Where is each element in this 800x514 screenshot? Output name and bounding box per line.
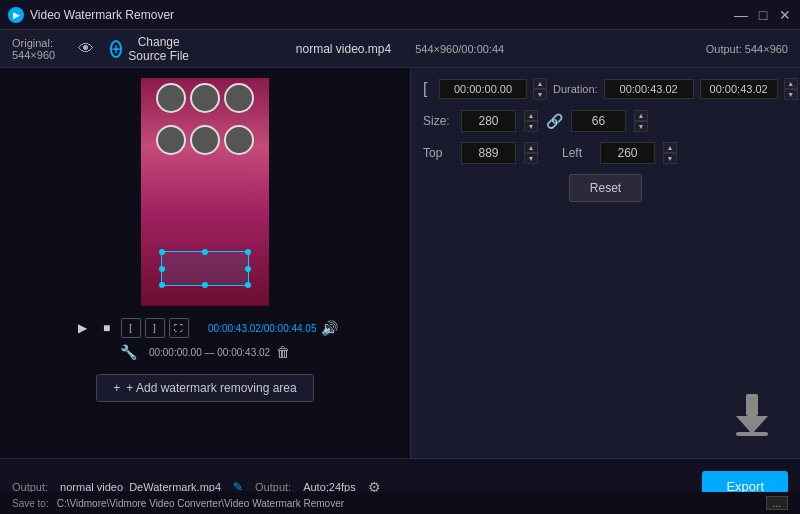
photo-circle bbox=[190, 125, 220, 155]
end-time-spinners: ▲ ▼ bbox=[784, 78, 798, 100]
clip-buttons: [ ] ⛶ bbox=[121, 318, 189, 338]
saveto-row: Save to: C:\Vidmore\Vidmore Video Conver… bbox=[0, 492, 800, 514]
seek-bar-row: ▶ ■ [ ] ⛶ 00:00:43.02/00:00:44.05 🔊 bbox=[65, 314, 346, 342]
duration-label: Duration: bbox=[553, 83, 598, 95]
output-format-value: Auto;24fps bbox=[303, 481, 356, 493]
width-down[interactable]: ▼ bbox=[524, 121, 538, 132]
video-preview bbox=[141, 78, 269, 306]
left-down[interactable]: ▼ bbox=[663, 153, 677, 164]
width-up[interactable]: ▲ bbox=[524, 110, 538, 121]
photo-circle bbox=[224, 83, 254, 113]
left-up[interactable]: ▲ bbox=[663, 142, 677, 153]
photo-circle bbox=[156, 125, 186, 155]
left-input[interactable] bbox=[600, 142, 655, 164]
segment-time: 00:00:00.00 — 00:00:43.02 bbox=[149, 347, 270, 358]
width-spinners: ▲ ▼ bbox=[524, 110, 538, 132]
window-controls: — □ ✕ bbox=[734, 8, 792, 22]
resize-handle-tr[interactable] bbox=[245, 249, 251, 255]
end-time-down[interactable]: ▼ bbox=[784, 89, 798, 100]
photo-circle bbox=[224, 125, 254, 155]
start-time-up[interactable]: ▲ bbox=[533, 78, 547, 89]
video-frame bbox=[141, 78, 269, 306]
fullscreen-button[interactable]: ⛶ bbox=[169, 318, 189, 338]
clip-right-button[interactable]: ] bbox=[145, 318, 165, 338]
width-input[interactable] bbox=[461, 110, 516, 132]
play-button[interactable]: ▶ bbox=[73, 318, 93, 338]
resize-handle-bl[interactable] bbox=[159, 282, 165, 288]
output-filename: normal video_DeWatermark.mp4 bbox=[60, 481, 221, 493]
right-panel: [ ▲ ▼ Duration: ▲ ▼ ] Size: ▲ ▼ 🔗 bbox=[410, 68, 800, 514]
close-button[interactable]: ✕ bbox=[778, 8, 792, 22]
svg-rect-2 bbox=[736, 432, 768, 436]
svg-rect-0 bbox=[746, 394, 758, 416]
saveto-label: Save to: bbox=[12, 498, 49, 509]
top-up[interactable]: ▲ bbox=[524, 142, 538, 153]
height-down[interactable]: ▼ bbox=[634, 121, 648, 132]
output-label: Output: bbox=[12, 481, 48, 493]
saveto-path: C:\Vidmore\Vidmore Video Converter\Video… bbox=[57, 498, 758, 509]
reset-button[interactable]: Reset bbox=[569, 174, 642, 202]
time-display: 00:00:43.02/00:00:44.05 bbox=[197, 323, 317, 334]
bracket-left-button[interactable]: [ bbox=[423, 80, 433, 98]
segment-row: 🔧 00:00:00.00 — 00:00:43.02 🗑 bbox=[112, 342, 298, 364]
browse-folder-button[interactable]: ... bbox=[766, 496, 788, 510]
link-icon[interactable]: 🔗 bbox=[546, 113, 563, 129]
app-icon: ▶ bbox=[8, 7, 24, 23]
time-controls-row: [ ▲ ▼ Duration: ▲ ▼ ] bbox=[423, 78, 788, 100]
clip-left-button[interactable]: [ bbox=[121, 318, 141, 338]
stop-button[interactable]: ■ bbox=[97, 318, 117, 338]
download-icon bbox=[732, 392, 772, 436]
delete-segment-button[interactable]: 🗑 bbox=[276, 344, 290, 360]
resize-handle-br[interactable] bbox=[245, 282, 251, 288]
end-time-up[interactable]: ▲ bbox=[784, 78, 798, 89]
toolbar-right: Output: 544×960 bbox=[602, 43, 788, 55]
change-source-button[interactable]: + Change Source File bbox=[102, 31, 198, 67]
original-label: Original: 544×960 bbox=[12, 37, 66, 61]
segment-icon: 🔧 bbox=[120, 344, 137, 360]
resize-handle-tm[interactable] bbox=[202, 249, 208, 255]
add-watermark-button[interactable]: + + Add watermark removing area bbox=[96, 374, 313, 402]
top-down[interactable]: ▼ bbox=[524, 153, 538, 164]
output-format-label: Output: bbox=[255, 481, 291, 493]
top-spinners: ▲ ▼ bbox=[524, 142, 538, 164]
top-input[interactable] bbox=[461, 142, 516, 164]
resize-handle-tl[interactable] bbox=[159, 249, 165, 255]
height-spinners: ▲ ▼ bbox=[634, 110, 648, 132]
titlebar: ▶ Video Watermark Remover — □ ✕ bbox=[0, 0, 800, 30]
toolbar: Original: 544×960 👁 + Change Source File… bbox=[0, 30, 800, 68]
start-time-down[interactable]: ▼ bbox=[533, 89, 547, 100]
maximize-button[interactable]: □ bbox=[756, 8, 770, 22]
add-watermark-icon: + bbox=[113, 381, 120, 395]
left-spinners: ▲ ▼ bbox=[663, 142, 677, 164]
top-label: Top bbox=[423, 146, 453, 160]
left-label: Left bbox=[562, 146, 592, 160]
download-arrow bbox=[732, 394, 772, 434]
resize-handle-bm[interactable] bbox=[202, 282, 208, 288]
video-area: ▶ ■ [ ] ⛶ 00:00:43.02/00:00:44.05 🔊 🔧 00… bbox=[0, 68, 410, 514]
svg-marker-1 bbox=[736, 416, 768, 434]
start-time-input[interactable] bbox=[439, 79, 527, 99]
photo-circle bbox=[190, 83, 220, 113]
add-watermark-row: + + Add watermark removing area bbox=[88, 364, 321, 412]
toolbar-center: normal video.mp4 544×960/00:00:44 bbox=[214, 42, 586, 56]
file-name: normal video.mp4 bbox=[296, 42, 391, 56]
height-up[interactable]: ▲ bbox=[634, 110, 648, 121]
cake-decoration bbox=[151, 83, 259, 163]
minimize-button[interactable]: — bbox=[734, 8, 748, 22]
duration-input[interactable] bbox=[604, 79, 694, 99]
end-time-input[interactable] bbox=[700, 79, 778, 99]
eye-icon[interactable]: 👁 bbox=[78, 40, 94, 58]
size-row: Size: ▲ ▼ 🔗 ▲ ▼ bbox=[423, 110, 788, 132]
app-title: Video Watermark Remover bbox=[30, 8, 734, 22]
resize-handle-ml[interactable] bbox=[159, 266, 165, 272]
volume-button[interactable]: 🔊 bbox=[321, 320, 338, 336]
top-left-row: Top ▲ ▼ Left ▲ ▼ bbox=[423, 142, 788, 164]
size-label: Size: bbox=[423, 114, 453, 128]
height-input[interactable] bbox=[571, 110, 626, 132]
resize-handle-mr[interactable] bbox=[245, 266, 251, 272]
start-time-spinners: ▲ ▼ bbox=[533, 78, 547, 100]
file-info: 544×960/00:00:44 bbox=[415, 43, 504, 55]
plus-circle-icon: + bbox=[110, 40, 122, 58]
watermark-selection-box[interactable] bbox=[161, 251, 249, 286]
photo-circle bbox=[156, 83, 186, 113]
